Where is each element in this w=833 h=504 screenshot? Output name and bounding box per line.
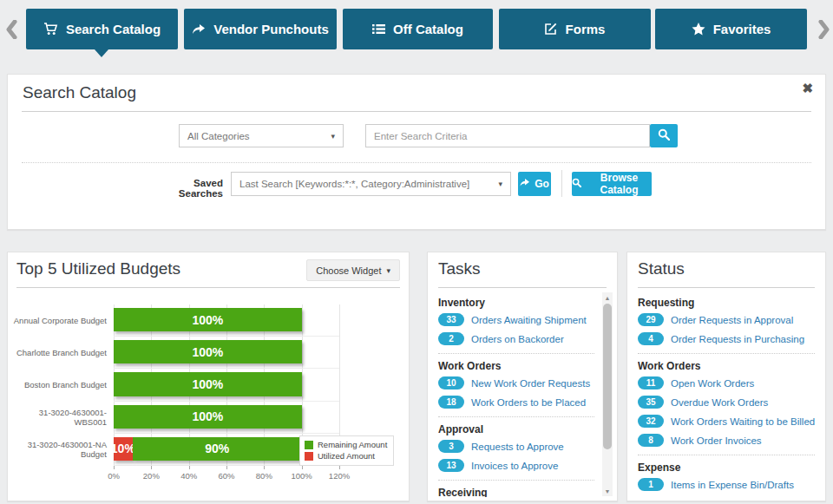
item-link[interactable]: New Work Order Requests — [471, 378, 590, 389]
item-link[interactable]: Open Work Orders — [671, 378, 754, 389]
list-item: 4Expense Reports in Approval — [638, 495, 815, 497]
chevron-right-icon[interactable] — [817, 19, 830, 40]
close-icon[interactable]: ✖ — [802, 81, 813, 96]
count-badge: 29 — [638, 313, 664, 326]
dashboard-page: Search Catalog Vendor Punchouts Off Cata… — [0, 0, 833, 504]
budget-widget: Top 5 Utilized Budgets Choose Widget ▾ A… — [7, 252, 410, 501]
title-divider — [16, 287, 400, 288]
x-axis-tick — [264, 466, 265, 469]
browse-catalog-button[interactable]: Browse Catalog — [572, 172, 652, 196]
item-link[interactable]: Order Requests in Approval — [671, 315, 793, 325]
saved-search-value: Last Search [Keywords:*:*, Category:Admi… — [239, 179, 469, 189]
list-item: 2Orders on Backorder — [438, 331, 594, 347]
chevron-down-icon: ▾ — [331, 132, 335, 141]
count-badge: 3 — [438, 440, 464, 453]
item-link[interactable]: Work Order Invoices — [671, 435, 762, 446]
chart-bar-segment: 100% — [114, 405, 302, 429]
tasks-list: Inventory33Orders Awaiting Shipment2Orde… — [438, 291, 594, 497]
count-badge: 1 — [638, 478, 664, 491]
item-link[interactable]: Invoices to Approve — [471, 461, 558, 471]
search-icon — [658, 128, 670, 143]
list-item: 18Work Orders to be Placed — [438, 394, 594, 410]
count-badge: 18 — [438, 396, 464, 409]
list-item: 3Requests to Approve — [438, 438, 594, 455]
title-divider — [638, 287, 815, 288]
tab-favorites[interactable]: Favorites — [655, 9, 807, 49]
count-badge: 35 — [638, 396, 664, 409]
go-button[interactable]: Go — [518, 172, 551, 196]
chart-xticks: 0%20%40%60%80%100%120% — [114, 466, 339, 483]
item-link[interactable]: Items in Expense Bin/Drafts — [671, 480, 794, 490]
search-button[interactable] — [650, 124, 678, 147]
choose-widget-button[interactable]: Choose Widget ▾ — [306, 259, 400, 281]
chart-category-label: 31-3020-4630001-NA Budget — [13, 434, 107, 466]
chart-row: 100% — [114, 369, 339, 401]
category-select-value: All Categories — [187, 131, 250, 141]
item-link[interactable]: Order Requests in Purchasing — [671, 334, 804, 344]
chart-category-label: Boston Branch Budget — [13, 369, 107, 401]
title-divider — [22, 111, 811, 112]
category-select[interactable]: All Categories ▾ — [179, 124, 344, 147]
tab-label: Vendor Punchouts — [213, 22, 329, 36]
list-item: 32Work Orders Waiting to be Billed — [638, 413, 815, 429]
chart-ylabels: Annual Corporate BudgetCharlotte Branch … — [13, 304, 110, 466]
chart-bar-segment: 100% — [114, 372, 302, 396]
x-axis-tick — [189, 466, 190, 469]
chart-bar-segment: 10% — [114, 437, 133, 461]
count-badge: 4 — [638, 332, 664, 345]
item-link[interactable]: Orders Awaiting Shipment — [471, 315, 587, 325]
tab-off-catalog[interactable]: Off Catalog — [343, 9, 493, 49]
x-axis-tick — [302, 466, 303, 469]
count-badge: 10 — [438, 376, 464, 389]
item-link[interactable]: Work Orders Waiting to be Billed — [671, 416, 815, 427]
search-input[interactable] — [365, 124, 650, 147]
list-item: 10New Work Order Requests — [438, 375, 594, 391]
tab-vendor-punchouts[interactable]: Vendor Punchouts — [184, 9, 337, 49]
widget-title: Status — [638, 259, 685, 278]
search-catalog-panel: Search Catalog ✖ All Categories ▾ Saved … — [7, 74, 826, 230]
x-axis-tick-label: 60% — [209, 471, 244, 481]
tasks-scrollbar[interactable]: ▲ ▼ — [602, 292, 613, 496]
scrollbar-thumb[interactable] — [603, 304, 612, 449]
title-divider — [438, 287, 607, 288]
scroll-up-icon[interactable]: ▲ — [602, 292, 613, 303]
list-item: 8Work Order Invoices — [638, 432, 815, 448]
chart-category-label: Annual Corporate Budget — [13, 304, 107, 337]
edit-icon — [545, 23, 558, 36]
chart-bar-segment: 90% — [133, 437, 302, 461]
section-divider — [438, 353, 594, 354]
item-link[interactable]: Orders on Backorder — [471, 334, 564, 344]
list-item: 4Order Requests in Purchasing — [638, 331, 815, 347]
section-heading: Expense — [638, 461, 815, 474]
tab-search-catalog[interactable]: Search Catalog — [26, 9, 178, 49]
scroll-down-icon[interactable]: ▼ — [602, 486, 613, 496]
chevron-left-icon[interactable] — [4, 19, 18, 40]
count-badge: 13 — [438, 459, 464, 472]
legend-swatch-utilized — [305, 452, 313, 461]
button-separator — [561, 170, 562, 197]
legend-label: Utilized Amount — [318, 450, 375, 461]
section-heading: Inventory — [438, 297, 594, 309]
list-item: 29Order Requests in Approval — [638, 311, 815, 328]
x-axis-tick — [114, 466, 115, 469]
x-axis-tick-label: 0% — [96, 471, 131, 481]
item-link[interactable]: Requests to Approve — [471, 442, 564, 452]
status-widget: Status Requesting29Order Requests in App… — [626, 252, 826, 501]
chart-category-label: 31-3020-4630001-WBS001 — [13, 402, 107, 434]
item-link[interactable]: Overdue Work Orders — [671, 397, 768, 408]
x-axis-tick-label: 40% — [172, 471, 207, 481]
item-link[interactable]: Work Orders to be Placed — [471, 397, 586, 408]
tab-forms[interactable]: Forms — [499, 9, 651, 49]
section-heading: Receiving — [438, 487, 594, 497]
section-heading: Approval — [438, 423, 594, 435]
row-divider — [22, 162, 811, 163]
section-divider — [638, 455, 815, 455]
x-axis-tick — [226, 466, 227, 469]
saved-searches-label: Saved Searches — [147, 178, 223, 199]
go-button-label: Go — [535, 178, 549, 190]
count-badge: 33 — [438, 313, 464, 326]
chart-row: 100% — [114, 402, 339, 434]
tasks-widget: Tasks Inventory33Orders Awaiting Shipmen… — [427, 252, 618, 501]
chevron-down-icon: ▾ — [498, 180, 502, 188]
saved-searches-select[interactable]: Last Search [Keywords:*:*, Category:Admi… — [231, 172, 511, 196]
